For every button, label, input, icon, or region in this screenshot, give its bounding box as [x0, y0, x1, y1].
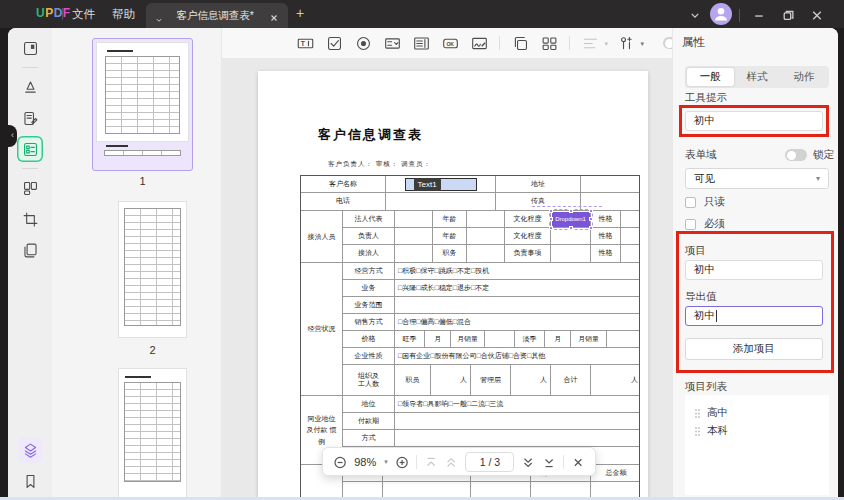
- minimize-icon[interactable]: [752, 8, 766, 21]
- rail-divider: [22, 168, 38, 169]
- layout-icon: [541, 35, 558, 52]
- selection-handle[interactable]: [569, 209, 573, 213]
- page-thumbnail-2[interactable]: [118, 201, 187, 338]
- titlebar-chevron-down-icon[interactable]: [688, 8, 702, 21]
- properties-panel: 属性 一般 样式 动作 工具提示 初中 表单域 锁定 可见▾ 只读 必须: [672, 28, 838, 500]
- thumbnail-page-image: [96, 42, 189, 142]
- previous-page-icon[interactable]: [445, 455, 457, 468]
- sidebar-item-form[interactable]: [17, 136, 43, 162]
- table-row: 电话传真: [301, 193, 639, 210]
- new-tab-button[interactable]: +: [296, 5, 304, 21]
- menu-help[interactable]: 帮助: [112, 7, 135, 22]
- tool-push-button-button[interactable]: OK: [439, 32, 461, 54]
- maximize-icon[interactable]: [781, 8, 795, 21]
- zoom-out-icon[interactable]: [334, 455, 346, 468]
- tab-action[interactable]: 动作: [780, 68, 827, 86]
- visibility-select[interactable]: 可见▾: [685, 168, 829, 189]
- pdf-page[interactable]: 客户信息调查表 客户负责人： 审核： 调查员： 客户名称Text1地址电话传真接…: [258, 71, 648, 500]
- selection-handle[interactable]: [549, 226, 553, 230]
- sidebar-item-ai-assistant[interactable]: [17, 437, 43, 463]
- titlebar-divider: [62, 8, 63, 20]
- sidebar-item-convert[interactable]: [17, 237, 43, 263]
- zoom-dropdown-caret-icon[interactable]: ▾: [384, 458, 388, 466]
- tool-text-field-button[interactable]: T: [294, 32, 316, 54]
- required-label: 必须: [704, 217, 725, 231]
- close-icon[interactable]: [810, 8, 824, 21]
- document-tab[interactable]: 客户信息调查表*: [146, 3, 288, 28]
- logo-letter: F: [63, 6, 71, 20]
- close-navbar-icon[interactable]: [572, 455, 584, 468]
- sidebar-item-reader[interactable]: [17, 35, 43, 61]
- tool-duplicate-button[interactable]: [509, 32, 531, 54]
- tool-radio-button-button[interactable]: [352, 32, 374, 54]
- table-cell: 合计: [551, 365, 591, 395]
- sidebar-item-edit[interactable]: [17, 105, 43, 131]
- tool-layout-button[interactable]: [538, 32, 560, 54]
- export-value-input[interactable]: 初中: [685, 306, 823, 326]
- rail-top: [8, 28, 52, 263]
- lock-toggle[interactable]: [785, 149, 807, 161]
- selection-handle[interactable]: [549, 217, 553, 221]
- dropdown1-form-field[interactable]: Dropdown1: [552, 212, 590, 227]
- table-cell: 职员: [395, 365, 431, 395]
- text1-form-field[interactable]: Text1: [405, 178, 477, 191]
- selection-handle[interactable]: [589, 226, 593, 230]
- tool-signature-field-button[interactable]: [468, 32, 490, 54]
- form-tools: TOK▾▾: [294, 32, 651, 54]
- reader-icon: [22, 40, 39, 57]
- item-list-entry[interactable]: 本科: [693, 422, 821, 440]
- table-cell: 文化程度: [505, 211, 551, 227]
- sidebar-item-comment[interactable]: [17, 74, 43, 100]
- sidebar-item-crop[interactable]: [17, 206, 43, 232]
- tab-general[interactable]: 一般: [687, 68, 734, 86]
- zoom-level[interactable]: 98%: [354, 456, 376, 468]
- table-cell: 地址: [496, 176, 581, 192]
- sidebar-item-organize-pages[interactable]: [17, 175, 43, 201]
- tooltip-input[interactable]: 初中: [685, 111, 823, 131]
- table-cell: [467, 211, 505, 227]
- drag-handle-icon[interactable]: [695, 409, 697, 411]
- duplicate-icon: [512, 35, 529, 52]
- tool-tools-button[interactable]: ▾: [615, 32, 637, 54]
- push-button-icon: OK: [442, 35, 459, 52]
- tool-dropdown-button[interactable]: [381, 32, 403, 54]
- logo-letter: P: [45, 6, 54, 20]
- readonly-checkbox[interactable]: [685, 197, 696, 208]
- next-page-icon[interactable]: [522, 455, 534, 468]
- tool-list-box-button[interactable]: [410, 32, 432, 54]
- user-avatar[interactable]: [710, 3, 732, 25]
- updf-logo[interactable]: UPDF: [36, 6, 71, 20]
- table-cell: [395, 297, 641, 313]
- required-checkbox[interactable]: [685, 219, 696, 230]
- menu-file[interactable]: 文件: [72, 7, 95, 22]
- page-thumbnail-1[interactable]: [92, 38, 193, 171]
- organize-pages-icon: [22, 180, 39, 197]
- table-cell: [386, 193, 496, 210]
- table-row: 法人代表年龄文化程度Dropdown1性格: [343, 211, 639, 228]
- table-cell: [485, 331, 515, 347]
- tab-chevron-down-icon[interactable]: [154, 11, 164, 21]
- page-indicator[interactable]: 1 / 3: [465, 452, 514, 472]
- sidebar-item-bookmark[interactable]: [17, 468, 43, 494]
- item-list-entry[interactable]: 高中: [693, 404, 821, 422]
- selection-handle[interactable]: [589, 217, 593, 221]
- selection-handle[interactable]: [589, 209, 593, 213]
- tool-checkbox-button[interactable]: [323, 32, 345, 54]
- selection-handle[interactable]: [549, 209, 553, 213]
- add-item-button[interactable]: 添加项目: [685, 338, 823, 360]
- zoom-in-icon[interactable]: [396, 455, 408, 468]
- readonly-row: 只读: [685, 195, 725, 209]
- window-controls-divider: [739, 9, 740, 22]
- first-page-icon[interactable]: [425, 455, 437, 468]
- checkbox-icon: [326, 35, 343, 52]
- tab-close-icon[interactable]: [268, 10, 280, 22]
- item-input[interactable]: 初中: [685, 260, 823, 280]
- page-thumbnail-3[interactable]: [118, 368, 187, 500]
- last-page-icon[interactable]: [543, 455, 555, 468]
- tab-style[interactable]: 样式: [734, 68, 781, 86]
- drag-handle-icon[interactable]: [695, 427, 697, 429]
- form-icon: [22, 141, 39, 158]
- lock-label: 锁定: [813, 148, 834, 162]
- tool-align-button[interactable]: ▾: [579, 32, 601, 54]
- selection-handle[interactable]: [569, 226, 573, 230]
